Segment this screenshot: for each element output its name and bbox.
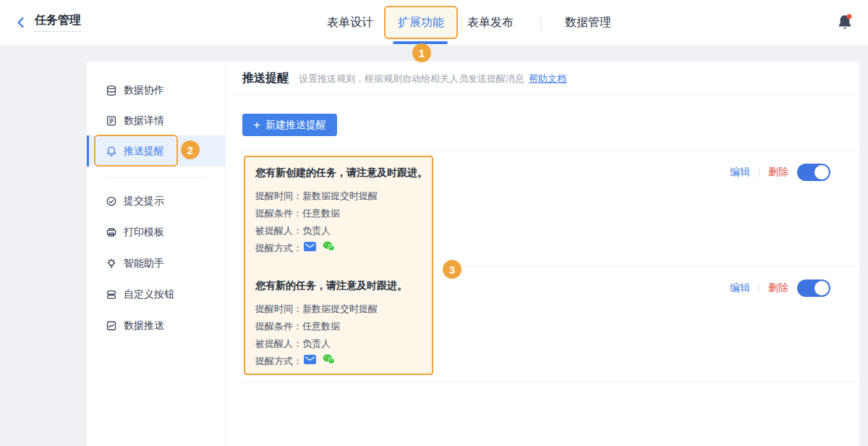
reminder-actions: 编辑 删除	[730, 164, 830, 181]
reminder-enabled-toggle[interactable]	[797, 279, 830, 297]
section-subtitle: 设置推送规则，根据规则自动给相关人员发送提醒消息	[299, 72, 524, 85]
annotation-step-3-badge: 3	[443, 260, 461, 279]
reminder-title: 您有新创建的任务，请注意及时跟进。	[255, 165, 426, 180]
database-icon	[106, 85, 117, 96]
sidebar-item-data-collaboration[interactable]: 数据协作	[87, 75, 226, 106]
page: 任务管理 表单设计 扩展功能 表单发布 数据管理 1 数据协作	[0, 0, 868, 446]
sidebar-item-data-details[interactable]: 数据详情	[87, 105, 226, 136]
bell-icon	[106, 146, 117, 157]
sidebar-divider	[106, 177, 207, 178]
toggle-knob	[814, 281, 829, 295]
section-header: 推送提醒 设置推送规则，根据规则自动给相关人员发送提醒消息 帮助文档	[226, 62, 859, 96]
reminder-field-recipient: 被提醒人： 负责人	[255, 335, 426, 353]
method-icons	[304, 240, 335, 257]
reminder-card: 您有新的任务，请注意及时跟进。 提醒时间： 新数据提交时提醒 提醒条件： 任意数…	[255, 278, 426, 370]
edit-button[interactable]: 编辑	[730, 166, 750, 179]
sidebar-item-label: 提交提示	[124, 195, 164, 208]
check-circle-icon	[106, 195, 117, 207]
tab-data-management[interactable]: 数据管理	[565, 0, 611, 45]
sidebar-item-label: 推送提醒	[124, 145, 164, 158]
topbar: 任务管理 表单设计 扩展功能 表单发布 数据管理	[0, 0, 868, 45]
sidebar-item-label: 数据协作	[124, 84, 164, 97]
sidebar-item-submit-tips[interactable]: 提交提示	[87, 185, 226, 216]
reminder-field-condition: 提醒条件： 任意数据	[255, 318, 426, 335]
sidebar-item-data-push[interactable]: 数据推送	[87, 310, 226, 341]
field-label: 提醒方式：	[255, 353, 302, 370]
back-chevron-icon[interactable]	[14, 16, 27, 29]
help-doc-link[interactable]: 帮助文档	[529, 72, 566, 85]
printer-icon	[106, 227, 117, 238]
annotation-box-extensions-tab: 扩展功能	[384, 6, 458, 39]
back-nav[interactable]: 任务管理	[14, 0, 81, 45]
reminder-field-time: 提醒时间： 新数据提交时提醒	[255, 188, 426, 205]
field-label: 提醒时间：	[255, 300, 302, 318]
field-value: 新数据提交时提醒	[302, 188, 378, 205]
sidebar-item-label: 数据推送	[124, 319, 164, 332]
annotation-box-reminder-cards: 您有新创建的任务，请注意及时跟进。 提醒时间： 新数据提交时提醒 提醒条件： 任…	[244, 156, 433, 375]
section-title: 推送提醒	[242, 71, 289, 86]
field-label: 提醒时间：	[255, 188, 302, 205]
sidebar-item-print-template[interactable]: 打印模板	[87, 216, 226, 248]
buttons-icon	[106, 289, 117, 300]
email-icon	[304, 240, 316, 257]
reminder-field-recipient: 被提醒人： 负责人	[255, 222, 426, 240]
edit-button[interactable]: 编辑	[730, 282, 750, 295]
list-top-divider	[242, 150, 857, 151]
actions-divider	[759, 283, 760, 293]
lightbulb-icon	[106, 258, 117, 269]
reminder-card: 您有新创建的任务，请注意及时跟进。 提醒时间： 新数据提交时提醒 提醒条件： 任…	[255, 165, 426, 257]
wechat-icon	[323, 240, 335, 257]
field-value: 负责人	[302, 335, 331, 353]
field-value: 新数据提交时提醒	[302, 300, 378, 318]
reminder-enabled-toggle[interactable]	[797, 164, 830, 181]
reminder-field-time: 提醒时间： 新数据提交时提醒	[255, 300, 426, 318]
reminder-field-method: 提醒方式：	[255, 240, 426, 257]
reminder-fields: 提醒时间： 新数据提交时提醒 提醒条件： 任意数据 被提醒人： 负责人 提醒	[255, 300, 426, 370]
reminder-field-method: 提醒方式：	[255, 353, 426, 370]
tab-form-publish[interactable]: 表单发布	[467, 0, 514, 45]
reminder-title: 您有新的任务，请注意及时跟进。	[255, 278, 426, 293]
chart-icon	[106, 320, 117, 332]
sidebar-item-label: 自定义按钮	[124, 288, 174, 301]
sidebar: 数据协作 数据详情 推送提醒 提交提示	[87, 62, 226, 446]
field-value: 任意数据	[302, 318, 340, 335]
sidebar-item-smart-assistant[interactable]: 智能助手	[87, 248, 226, 279]
list-bottom-divider	[242, 382, 857, 382]
wechat-icon	[323, 353, 335, 370]
annotation-step-2-badge: 2	[181, 140, 200, 159]
new-reminder-button-label: 新建推送提醒	[265, 119, 326, 132]
delete-button[interactable]: 删除	[768, 282, 788, 295]
field-label: 被提醒人：	[255, 335, 302, 353]
reminder-actions: 编辑 删除	[730, 279, 830, 297]
field-value: 任意数据	[302, 205, 340, 222]
page-title[interactable]: 任务管理	[35, 13, 81, 32]
field-label: 被提醒人：	[255, 222, 302, 240]
sidebar-item-label: 打印模板	[124, 226, 164, 239]
reminder-field-condition: 提醒条件： 任意数据	[255, 205, 426, 222]
tab-form-design[interactable]: 表单设计	[327, 0, 373, 45]
toggle-knob	[814, 165, 829, 180]
sidebar-item-label: 智能助手	[124, 257, 164, 270]
sidebar-item-push-reminder[interactable]: 推送提醒	[87, 135, 226, 167]
actions-divider	[759, 167, 760, 177]
document-icon	[106, 115, 117, 127]
new-reminder-button[interactable]: + 新建推送提醒	[242, 114, 337, 136]
field-label: 提醒条件：	[255, 205, 302, 222]
reminder-fields: 提醒时间： 新数据提交时提醒 提醒条件： 任意数据 被提醒人： 负责人 提醒	[255, 188, 426, 257]
content-panel: 数据协作 数据详情 推送提醒 提交提示	[87, 62, 859, 446]
plus-icon: +	[253, 119, 260, 131]
tab-divider	[540, 15, 541, 30]
sidebar-item-custom-buttons[interactable]: 自定义按钮	[87, 279, 226, 310]
field-value: 负责人	[302, 222, 331, 240]
sidebar-item-label: 数据详情	[124, 114, 164, 127]
tab-extensions[interactable]: 扩展功能	[398, 15, 444, 30]
main-content: 推送提醒 设置推送规则，根据规则自动给相关人员发送提醒消息 帮助文档 + 新建推…	[226, 62, 859, 446]
delete-button[interactable]: 删除	[768, 166, 788, 179]
field-label: 提醒方式：	[255, 240, 302, 257]
notification-bell-icon[interactable]	[835, 12, 856, 33]
annotation-step-1-badge: 1	[412, 43, 431, 62]
field-label: 提醒条件：	[255, 318, 302, 335]
method-icons	[304, 353, 335, 370]
email-icon	[304, 353, 316, 370]
